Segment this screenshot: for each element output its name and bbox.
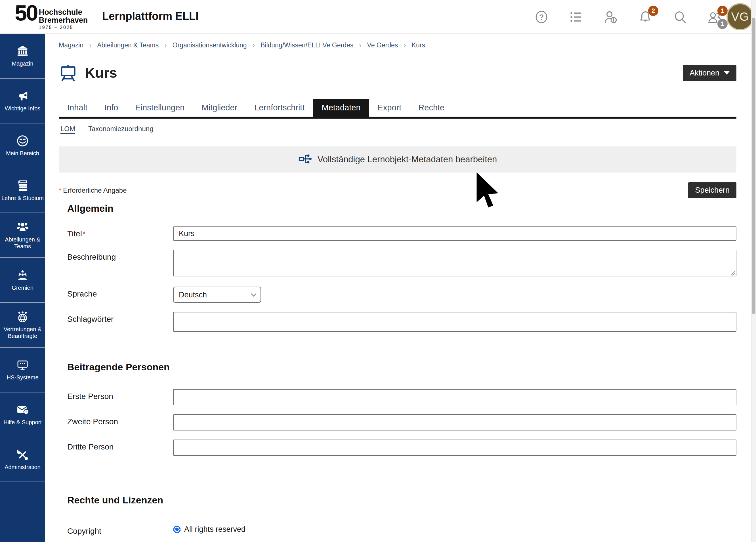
tab-export[interactable]: Export	[369, 99, 410, 117]
course-easel-icon	[59, 64, 77, 82]
breadcrumb-item[interactable]: Abteilungen & Teams	[97, 41, 159, 49]
section-divider	[59, 469, 736, 469]
breadcrumb-separator: ›	[404, 41, 406, 49]
tab-info[interactable]: Info	[96, 99, 127, 117]
sprache-row: Sprache Deutsch	[67, 287, 736, 303]
contacts-total-badge: 1	[717, 19, 728, 29]
svg-text:?: ?	[539, 12, 544, 21]
required-asterisk: *	[59, 186, 61, 194]
copyright-radio[interactable]	[173, 526, 181, 533]
zweite-person-row: Zweite Person	[67, 414, 736, 430]
contacts-new-badge: 1	[717, 6, 728, 16]
banner-label: Vollständige Lernobjekt-Metadaten bearbe…	[318, 154, 497, 165]
search-button[interactable]	[673, 10, 687, 24]
edit-full-metadata-banner[interactable]: Vollständige Lernobjekt-Metadaten bearbe…	[59, 146, 736, 173]
sidebar-item-gremien[interactable]: Gremien	[0, 258, 45, 303]
user-status-icon	[603, 21, 618, 25]
erste-person-input[interactable]	[173, 389, 736, 405]
section-beitragende: Beitragende Personen	[67, 362, 736, 373]
aktionen-button[interactable]: Aktionen	[683, 65, 736, 81]
erste-person-label: Erste Person	[67, 389, 173, 401]
sidebar-item-magazin[interactable]: Magazin	[0, 34, 45, 79]
sprache-label: Sprache	[67, 287, 173, 299]
sidebar-item-wichtige-infos[interactable]: Wichtige Infos	[0, 79, 45, 123]
sidebar-label: Administration	[5, 464, 41, 471]
monitor-icon	[16, 358, 29, 372]
subtab-taxonomiezuordnung[interactable]: Taxonomiezuordnung	[88, 125, 154, 133]
contacts-button[interactable]: 1 1	[707, 10, 722, 24]
sidebar-label: Abteilungen & Teams	[1, 236, 44, 250]
scrollbar-thumb[interactable]	[752, 18, 755, 314]
zweite-person-input[interactable]	[173, 414, 736, 430]
sidebar-item-vertretungen-beauftragte[interactable]: Vertretungen & Beauftragte	[0, 303, 45, 348]
breadcrumb-item[interactable]: Magazin	[59, 41, 83, 49]
breadcrumb-item[interactable]: Ve Gerdes	[367, 41, 398, 49]
svg-text:?: ?	[25, 410, 28, 414]
speichern-button[interactable]: Speichern	[688, 182, 736, 198]
required-asterisk: *	[83, 229, 86, 238]
search-icon	[673, 21, 687, 25]
schlagwoerter-label: Schlagwörter	[67, 312, 173, 324]
speichern-label: Speichern	[695, 186, 730, 195]
chevron-down-icon	[724, 71, 730, 75]
form-toolbar: *Erforderliche Angabe Speichern	[59, 182, 736, 198]
notifications-button[interactable]: 2	[638, 10, 653, 24]
copyright-label: Copyright	[67, 524, 173, 536]
breadcrumb-separator: ›	[89, 41, 91, 49]
list-button[interactable]	[569, 10, 583, 24]
committee-icon	[16, 269, 29, 282]
mail-question-icon: ?	[16, 403, 29, 417]
sidebar-item-hs-systeme[interactable]: HS-Systeme	[0, 348, 45, 392]
breadcrumb-separator: ›	[164, 41, 167, 49]
hochschule-bremerhaven-logo[interactable]: 50 Hochschule Bremerhaven 1975 – 2025	[15, 2, 88, 30]
required-note: *Erforderliche Angabe	[59, 186, 127, 194]
tab-einstellungen[interactable]: Einstellungen	[127, 99, 193, 117]
sidebar-item-administration[interactable]: Administration	[0, 437, 45, 482]
tab-metadaten[interactable]: Metadaten	[313, 99, 369, 117]
app-header: 50 Hochschule Bremerhaven 1975 – 2025 Le…	[0, 0, 756, 34]
scrollbar-track[interactable]	[751, 0, 756, 542]
sidebar-item-hilfe-support[interactable]: ? Hilfe & Support	[0, 392, 45, 437]
sidebar-item-abteilungen-teams[interactable]: Abteilungen & Teams	[0, 213, 45, 258]
breadcrumb-item[interactable]: Kurs	[412, 41, 425, 49]
dritte-person-input[interactable]	[173, 440, 736, 456]
tab-rechte[interactable]: Rechte	[410, 99, 453, 117]
sidebar-label: Wichtige Infos	[5, 105, 41, 112]
aktionen-label: Aktionen	[690, 69, 719, 77]
avatar[interactable]: VG	[726, 3, 754, 30]
subtab-lom[interactable]: LOM	[60, 125, 75, 133]
globe-people-icon	[16, 310, 29, 323]
list-icon	[569, 21, 583, 25]
section-divider	[59, 345, 736, 345]
notifications-badge: 2	[648, 6, 658, 16]
bank-icon	[16, 45, 29, 58]
sidebar-item-mein-bereich[interactable]: Mein Bereich	[0, 123, 45, 168]
tab-bar: Inhalt Info Einstellungen Mitglieder Ler…	[59, 99, 736, 119]
tab-lernfortschritt[interactable]: Lernfortschritt	[246, 99, 313, 117]
page-title-row: Kurs Aktionen	[59, 64, 736, 82]
header-icon-bar: ? 2 1 1	[534, 0, 722, 34]
breadcrumb-separator: ›	[359, 41, 361, 49]
tab-mitglieder[interactable]: Mitglieder	[193, 99, 246, 117]
smiley-icon	[16, 134, 29, 148]
sprache-select[interactable]: Deutsch	[173, 287, 261, 303]
dritte-person-label: Dritte Person	[67, 440, 173, 451]
beschreibung-textarea[interactable]	[173, 250, 736, 276]
beschreibung-label: Beschreibung	[67, 250, 173, 262]
app-title: Lernplattform ELLI	[102, 10, 199, 22]
breadcrumb-item[interactable]: Organisationsentwicklung	[173, 41, 247, 49]
zweite-person-label: Zweite Person	[67, 414, 173, 426]
user-status-button[interactable]	[603, 10, 618, 24]
schlagwoerter-input[interactable]	[173, 312, 736, 332]
sidebar: Magazin Wichtige Infos Mein Bereich Lehr…	[0, 34, 45, 542]
main-content: Magazin › Abteilungen & Teams › Organisa…	[45, 34, 751, 542]
breadcrumb-separator: ›	[253, 41, 255, 49]
logo-50: 50	[15, 2, 37, 23]
subtab-bar: LOM Taxonomiezuordnung	[60, 125, 736, 133]
titel-row: Titel*	[67, 226, 736, 241]
titel-input[interactable]	[173, 226, 736, 241]
breadcrumb-item[interactable]: Bildung/Wissen/ELLI Ve Gerdes	[261, 41, 353, 49]
help-button[interactable]: ?	[534, 10, 549, 24]
tab-inhalt[interactable]: Inhalt	[59, 99, 96, 117]
sidebar-item-lehre-studium[interactable]: Lehre & Studium	[0, 168, 45, 213]
